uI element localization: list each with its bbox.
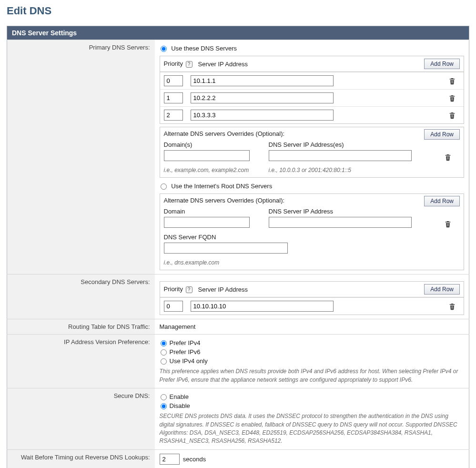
trash-icon[interactable] (448, 77, 456, 85)
radio-use-these[interactable] (161, 46, 167, 52)
priority-input[interactable] (164, 110, 183, 121)
priority-input[interactable] (164, 75, 183, 86)
hint-addresses: i.e., 10.0.0.3 or 2001:420:80:1::5 (269, 167, 351, 173)
alt-root-ip-input[interactable] (269, 217, 412, 228)
secondary-row (160, 297, 464, 315)
alt-these-box: Alternate DNS servers Overrides (Optiona… (160, 127, 465, 178)
radio-securedns-enable-label: Enable (170, 393, 189, 400)
radio-use-root[interactable] (161, 183, 167, 190)
trash-icon[interactable] (444, 220, 452, 228)
radio-use-these-label: Use these DNS Servers (171, 45, 237, 52)
dns-settings-table: DNS Server Settings Primary DNS Servers:… (7, 26, 469, 468)
col-root-domain: Domain (164, 208, 259, 215)
securedns-desc: SECURE DNS protects DNS data. It uses th… (160, 412, 465, 446)
col-root-fqdn: DNS Server FQDN (164, 234, 288, 241)
priority-input[interactable] (164, 92, 183, 103)
radio-prefer-ipv4-label: Prefer IPv4 (170, 339, 201, 346)
add-row-primary[interactable]: Add Row (424, 59, 460, 69)
label-secondary: Secondary DNS Servers: (7, 275, 155, 319)
server-ip-input[interactable] (191, 301, 334, 312)
add-row-secondary[interactable]: Add Row (424, 284, 460, 295)
help-icon[interactable]: ? (186, 61, 192, 68)
server-ip-input[interactable] (191, 75, 334, 86)
routing-value: Management (155, 319, 469, 335)
priority-input[interactable] (164, 301, 183, 312)
trash-icon[interactable] (444, 153, 452, 161)
add-row-alt-these[interactable]: Add Row (424, 129, 460, 140)
help-icon[interactable]: ? (186, 286, 192, 293)
radio-securedns-disable[interactable] (161, 403, 167, 409)
hint-domains: i.e., example.com, example2.com (164, 167, 259, 173)
primary-row (160, 89, 464, 106)
radio-prefer-ipv6-label: Prefer IPv6 (170, 348, 201, 356)
secondary-servers-box: Priority ? Server IP Address Add Row (160, 281, 465, 315)
label-wait: Wait Before Timing out Reverse DNS Looku… (7, 449, 155, 468)
alt-these-title: Alternate DNS servers Overrides (Optiona… (164, 130, 460, 137)
col-priority: Priority (164, 60, 183, 67)
hint-fqdn: i.e., dns.example.com (164, 259, 429, 266)
radio-prefer-ipv4[interactable] (161, 340, 167, 346)
label-routing: Routing Table for DNS Traffic: (7, 319, 155, 335)
col-server-ip: Server IP Address (198, 61, 408, 68)
trash-icon[interactable] (448, 303, 456, 310)
col-domains: Domain(s) (164, 141, 259, 148)
primary-servers-box: Priority ? Server IP Address Add Row (160, 56, 465, 124)
alt-root-domain-input[interactable] (164, 217, 250, 228)
col-server-ip: Server IP Address (198, 286, 408, 293)
radio-securedns-disable-label: Disable (170, 402, 190, 409)
ippref-desc: This preference applies when DNS results… (160, 367, 465, 384)
page-title: Edit DNS (7, 5, 469, 17)
alt-root-fqdn-input[interactable] (164, 243, 288, 254)
server-ip-input[interactable] (191, 110, 334, 121)
col-priority: Priority (164, 285, 183, 293)
primary-row (160, 106, 464, 123)
add-row-alt-root[interactable]: Add Row (424, 196, 460, 206)
wait-unit: seconds (183, 456, 206, 463)
alt-domains-input[interactable] (164, 150, 250, 161)
radio-prefer-ipv6[interactable] (161, 349, 167, 356)
wait-seconds-input[interactable] (160, 454, 180, 465)
radio-ipv4-only[interactable] (161, 358, 167, 365)
section-header: DNS Server Settings (7, 26, 469, 40)
alt-root-title: Alternate DNS servers Overrides (Optiona… (164, 197, 460, 204)
label-securedns: Secure DNS: (7, 388, 155, 450)
col-addresses: DNS Server IP Address(es) (269, 141, 429, 148)
radio-securedns-enable[interactable] (161, 394, 167, 400)
primary-row (160, 72, 464, 89)
server-ip-input[interactable] (191, 92, 334, 103)
alt-addresses-input[interactable] (269, 150, 412, 161)
alt-root-box: Alternate DNS servers Overrides (Optiona… (160, 193, 465, 270)
label-primary: Primary DNS Servers: (7, 40, 155, 275)
trash-icon[interactable] (448, 94, 456, 102)
radio-ipv4-only-label: Use IPv4 only (170, 357, 208, 365)
label-ippref: IP Address Version Preference: (7, 335, 155, 388)
radio-use-root-label: Use the Internet's Root DNS Servers (171, 183, 272, 190)
trash-icon[interactable] (448, 112, 456, 119)
col-root-ip: DNS Server IP Address (269, 208, 429, 215)
